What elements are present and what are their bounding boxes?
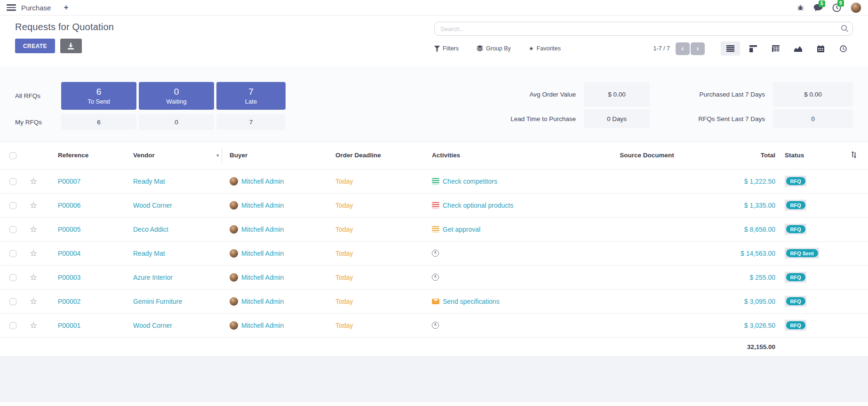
to-send-button[interactable]: 6 To Send (61, 82, 136, 110)
pager-previous-button[interactable]: ‹ (676, 42, 690, 55)
activity-type-icon[interactable] (432, 274, 439, 281)
purchased-last-7-days-label: Purchased Last 7 Days (658, 91, 765, 98)
activity-type-icon[interactable] (432, 322, 439, 329)
reference-cell[interactable]: P00001 (54, 313, 129, 337)
select-all-checkbox[interactable] (9, 152, 16, 159)
header-buyer[interactable]: Buyer (226, 142, 332, 169)
vendor-cell[interactable]: Gemini Furniture (129, 289, 226, 313)
buyer-cell[interactable]: Mitchell Admin (241, 202, 284, 209)
activity-label[interactable]: Check optional products (443, 202, 513, 209)
reference-cell[interactable]: P00003 (54, 265, 129, 289)
filters-button[interactable]: Filters (434, 45, 459, 52)
waiting-button[interactable]: 0 Waiting (139, 82, 214, 110)
buyer-cell[interactable]: Mitchell Admin (241, 250, 284, 257)
table-row[interactable]: ☆ P00001 Wood Corner Mitchell Admin Toda… (0, 313, 868, 337)
messages-button[interactable]: 5 (813, 4, 823, 12)
source-document-cell (593, 241, 701, 265)
buyer-cell[interactable]: Mitchell Admin (241, 298, 284, 305)
new-tab-icon[interactable]: + (64, 3, 68, 12)
source-document-cell (593, 217, 701, 241)
total-cell: $ 14,563.00 (701, 241, 781, 265)
activity-label[interactable]: Check competitors (443, 178, 497, 185)
activity-type-icon[interactable] (432, 226, 439, 232)
view-list-button[interactable] (721, 41, 740, 56)
export-button[interactable] (60, 39, 82, 53)
view-activity-button[interactable] (834, 41, 853, 56)
header-source-document[interactable]: Source Document (593, 142, 701, 169)
pager-next-button[interactable]: › (691, 42, 705, 55)
favorite-star-icon[interactable]: ☆ (30, 249, 37, 258)
avg-order-value-label: Avg Order Value (470, 91, 576, 98)
search-icon[interactable] (841, 24, 849, 34)
download-icon (67, 43, 74, 49)
header-order-deadline[interactable]: Order Deadline (332, 142, 428, 169)
row-checkbox[interactable] (9, 298, 16, 305)
row-checkbox[interactable] (9, 226, 16, 233)
app-name[interactable]: Purchase (21, 4, 51, 12)
favorite-star-icon[interactable]: ☆ (30, 297, 37, 306)
rfqs-sent-last-7-days-value: 0 (773, 109, 853, 128)
header-activities[interactable]: Activities (428, 142, 593, 169)
reference-cell[interactable]: P00005 (54, 217, 129, 241)
vendor-cell[interactable]: Azure Interior (129, 265, 226, 289)
view-pivot-button[interactable] (766, 41, 785, 56)
favorite-star-icon[interactable]: ☆ (30, 201, 37, 210)
activity-type-icon[interactable] (432, 299, 439, 304)
view-graph-button[interactable] (788, 41, 808, 56)
row-checkbox[interactable] (9, 178, 16, 185)
row-checkbox[interactable] (9, 322, 16, 329)
vendor-cell[interactable]: Ready Mat (129, 241, 226, 265)
buyer-cell[interactable]: Mitchell Admin (241, 226, 284, 233)
activity-label[interactable]: Send specifications (443, 298, 500, 305)
row-checkbox[interactable] (9, 202, 16, 209)
favorite-star-icon[interactable]: ☆ (30, 273, 37, 282)
header-status[interactable]: Status (781, 142, 840, 169)
table-row[interactable]: ☆ P00002 Gemini Furniture Mitchell Admin… (0, 289, 868, 313)
table-row[interactable]: ☆ P00007 Ready Mat Mitchell Admin Today … (0, 169, 868, 193)
search-input[interactable] (434, 22, 853, 36)
header-total[interactable]: Total (701, 142, 781, 169)
my-waiting-value[interactable]: 0 (139, 114, 214, 130)
create-button[interactable]: CREATE (15, 39, 55, 53)
header-vendor[interactable]: Vendor ▾ (129, 142, 226, 169)
activities-button[interactable]: 9 (832, 3, 841, 12)
table-row[interactable]: ☆ P00004 Ready Mat Mitchell Admin Today … (0, 241, 868, 265)
apps-menu-icon[interactable] (7, 4, 16, 11)
table-row[interactable]: ☆ P00003 Azure Interior Mitchell Admin T… (0, 265, 868, 289)
activity-label[interactable]: Get approval (443, 226, 480, 233)
header-reference[interactable]: Reference (54, 142, 129, 169)
activity-type-icon[interactable] (432, 250, 439, 257)
optional-columns-button[interactable] (840, 142, 868, 169)
favorites-button[interactable]: ★ Favorites (529, 45, 561, 52)
debug-bug-icon[interactable] (797, 4, 804, 11)
group-by-button[interactable]: Group By (477, 45, 511, 52)
my-to-send-value[interactable]: 6 (61, 114, 136, 130)
buyer-cell[interactable]: Mitchell Admin (241, 322, 284, 329)
favorite-star-icon[interactable]: ☆ (30, 177, 37, 186)
table-row[interactable]: ☆ P00005 Deco Addict Mitchell Admin Toda… (0, 217, 868, 241)
vendor-cell[interactable]: Deco Addict (129, 217, 226, 241)
vendor-cell[interactable]: Ready Mat (129, 169, 226, 193)
row-checkbox[interactable] (9, 250, 16, 257)
kanban-view-icon (749, 45, 757, 52)
buyer-cell[interactable]: Mitchell Admin (241, 178, 284, 185)
view-calendar-button[interactable] (811, 41, 830, 56)
favorite-star-icon[interactable]: ☆ (30, 321, 37, 330)
vendor-cell[interactable]: Wood Corner (129, 193, 226, 217)
reference-cell[interactable]: P00002 (54, 289, 129, 313)
view-kanban-button[interactable] (743, 41, 763, 56)
reference-cell[interactable]: P00006 (54, 193, 129, 217)
favorite-star-icon[interactable]: ☆ (30, 225, 37, 234)
reference-cell[interactable]: P00004 (54, 241, 129, 265)
buyer-cell[interactable]: Mitchell Admin (241, 274, 284, 281)
late-button[interactable]: 7 Late (216, 82, 286, 110)
vendor-cell[interactable]: Wood Corner (129, 313, 226, 337)
reference-cell[interactable]: P00007 (54, 169, 129, 193)
user-avatar[interactable] (851, 2, 861, 13)
activity-type-icon[interactable] (432, 178, 439, 184)
row-checkbox[interactable] (9, 274, 16, 281)
activity-type-icon[interactable] (432, 202, 439, 208)
status-badge: RFQ Sent (785, 248, 819, 259)
my-late-value[interactable]: 7 (216, 114, 286, 130)
table-row[interactable]: ☆ P00006 Wood Corner Mitchell Admin Toda… (0, 193, 868, 217)
